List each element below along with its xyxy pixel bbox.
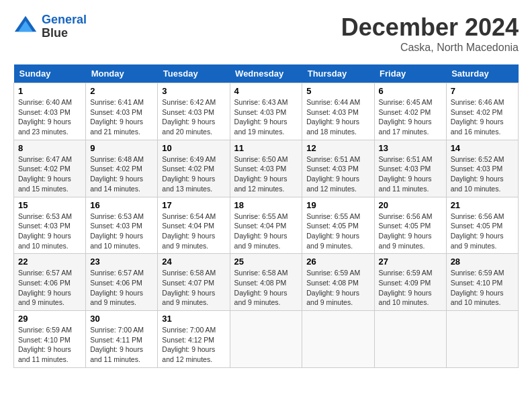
day-number: 8 (18, 143, 81, 153)
day-number: 5 (306, 86, 369, 96)
calendar-cell (446, 311, 518, 368)
calendar-week-3: 15 Sunrise: 6:53 AMSunset: 4:03 PMDaylig… (14, 197, 519, 254)
cell-content: Sunrise: 6:51 AMSunset: 4:03 PMDaylight:… (306, 154, 369, 194)
weekday-header-monday: Monday (86, 64, 158, 83)
day-number: 12 (306, 143, 369, 153)
weekday-header-thursday: Thursday (302, 64, 374, 83)
calendar-cell: 25 Sunrise: 6:58 AMSunset: 4:08 PMDaylig… (230, 254, 302, 311)
cell-content: Sunrise: 6:59 AMSunset: 4:10 PMDaylight:… (451, 268, 514, 308)
cell-content: Sunrise: 6:50 AMSunset: 4:03 PMDaylight:… (234, 154, 298, 194)
day-number: 22 (18, 257, 81, 267)
day-number: 20 (379, 200, 442, 210)
calendar-cell: 27 Sunrise: 6:59 AMSunset: 4:09 PMDaylig… (374, 254, 446, 311)
calendar-cell: 18 Sunrise: 6:55 AMSunset: 4:04 PMDaylig… (230, 197, 302, 254)
calendar-week-2: 8 Sunrise: 6:47 AMSunset: 4:02 PMDayligh… (14, 140, 519, 197)
location: Caska, North Macedonia (341, 42, 519, 54)
cell-content: Sunrise: 6:58 AMSunset: 4:07 PMDaylight:… (162, 268, 225, 308)
calendar-cell: 7 Sunrise: 6:46 AMSunset: 4:02 PMDayligh… (446, 83, 518, 140)
cell-content: Sunrise: 6:53 AMSunset: 4:03 PMDaylight:… (18, 212, 81, 251)
calendar-cell: 29 Sunrise: 6:59 AMSunset: 4:10 PMDaylig… (14, 311, 86, 368)
cell-content: Sunrise: 6:43 AMSunset: 4:03 PMDaylight:… (234, 97, 298, 137)
calendar-cell: 23 Sunrise: 6:57 AMSunset: 4:06 PMDaylig… (86, 254, 158, 311)
day-number: 17 (162, 200, 225, 210)
day-number: 24 (162, 257, 225, 267)
calendar-cell: 28 Sunrise: 6:59 AMSunset: 4:10 PMDaylig… (446, 254, 518, 311)
cell-content: Sunrise: 6:41 AMSunset: 4:03 PMDaylight:… (90, 97, 153, 137)
cell-content: Sunrise: 6:52 AMSunset: 4:03 PMDaylight:… (451, 154, 514, 194)
cell-content: Sunrise: 6:40 AMSunset: 4:03 PMDaylight:… (18, 97, 81, 137)
calendar-week-5: 29 Sunrise: 6:59 AMSunset: 4:10 PMDaylig… (14, 311, 519, 368)
day-number: 29 (18, 314, 81, 324)
cell-content: Sunrise: 6:45 AMSunset: 4:02 PMDaylight:… (379, 97, 442, 137)
logo-line1: General (42, 13, 87, 26)
day-number: 2 (90, 86, 153, 96)
calendar-cell: 17 Sunrise: 6:54 AMSunset: 4:04 PMDaylig… (158, 197, 230, 254)
cell-content: Sunrise: 6:59 AMSunset: 4:10 PMDaylight:… (18, 325, 81, 365)
cell-content: Sunrise: 6:56 AMSunset: 4:05 PMDaylight:… (379, 212, 442, 251)
weekday-header-sunday: Sunday (14, 64, 86, 83)
calendar-cell: 20 Sunrise: 6:56 AMSunset: 4:05 PMDaylig… (374, 197, 446, 254)
day-number: 13 (379, 143, 442, 153)
day-number: 19 (306, 200, 369, 210)
day-number: 4 (234, 86, 298, 96)
cell-content: Sunrise: 6:55 AMSunset: 4:04 PMDaylight:… (234, 212, 298, 251)
day-number: 11 (234, 143, 298, 153)
cell-content: Sunrise: 6:59 AMSunset: 4:08 PMDaylight:… (306, 268, 369, 308)
day-number: 3 (162, 86, 225, 96)
cell-content: Sunrise: 6:49 AMSunset: 4:02 PMDaylight:… (162, 154, 225, 194)
logo: General Blue (13, 13, 87, 40)
day-number: 9 (90, 143, 153, 153)
day-number: 21 (451, 200, 514, 210)
day-number: 10 (162, 143, 225, 153)
day-number: 27 (379, 257, 442, 267)
calendar-week-1: 1 Sunrise: 6:40 AMSunset: 4:03 PMDayligh… (14, 83, 519, 140)
cell-content: Sunrise: 6:59 AMSunset: 4:09 PMDaylight:… (379, 268, 442, 308)
calendar-cell: 12 Sunrise: 6:51 AMSunset: 4:03 PMDaylig… (302, 140, 374, 197)
day-number: 31 (162, 314, 225, 324)
calendar-cell: 22 Sunrise: 6:57 AMSunset: 4:06 PMDaylig… (14, 254, 86, 311)
calendar-cell: 8 Sunrise: 6:47 AMSunset: 4:02 PMDayligh… (14, 140, 86, 197)
cell-content: Sunrise: 6:57 AMSunset: 4:06 PMDaylight:… (18, 268, 81, 308)
logo-line2: Blue (42, 27, 87, 40)
calendar-cell (302, 311, 374, 368)
day-number: 30 (90, 314, 153, 324)
calendar-cell: 11 Sunrise: 6:50 AMSunset: 4:03 PMDaylig… (230, 140, 302, 197)
page-header: General Blue December 2024 Caska, North … (13, 13, 519, 54)
logo-text: General Blue (42, 13, 87, 40)
cell-content: Sunrise: 6:56 AMSunset: 4:05 PMDaylight:… (451, 212, 514, 251)
cell-content: Sunrise: 6:42 AMSunset: 4:03 PMDaylight:… (162, 97, 225, 137)
calendar-cell: 2 Sunrise: 6:41 AMSunset: 4:03 PMDayligh… (86, 83, 158, 140)
cell-content: Sunrise: 6:53 AMSunset: 4:03 PMDaylight:… (90, 212, 153, 251)
day-number: 16 (90, 200, 153, 210)
calendar-cell: 14 Sunrise: 6:52 AMSunset: 4:03 PMDaylig… (446, 140, 518, 197)
calendar-cell: 10 Sunrise: 6:49 AMSunset: 4:02 PMDaylig… (158, 140, 230, 197)
cell-content: Sunrise: 7:00 AMSunset: 4:11 PMDaylight:… (90, 325, 153, 365)
day-number: 15 (18, 200, 81, 210)
cell-content: Sunrise: 7:00 AMSunset: 4:12 PMDaylight:… (162, 325, 225, 365)
weekday-header-friday: Friday (374, 64, 446, 83)
calendar-cell (374, 311, 446, 368)
day-number: 18 (234, 200, 298, 210)
weekday-header-row: SundayMondayTuesdayWednesdayThursdayFrid… (14, 64, 519, 83)
cell-content: Sunrise: 6:48 AMSunset: 4:02 PMDaylight:… (90, 154, 153, 194)
calendar-cell: 16 Sunrise: 6:53 AMSunset: 4:03 PMDaylig… (86, 197, 158, 254)
calendar-cell: 5 Sunrise: 6:44 AMSunset: 4:03 PMDayligh… (302, 83, 374, 140)
calendar-table: SundayMondayTuesdayWednesdayThursdayFrid… (13, 64, 519, 368)
calendar-cell: 26 Sunrise: 6:59 AMSunset: 4:08 PMDaylig… (302, 254, 374, 311)
calendar-cell: 24 Sunrise: 6:58 AMSunset: 4:07 PMDaylig… (158, 254, 230, 311)
day-number: 25 (234, 257, 298, 267)
cell-content: Sunrise: 6:44 AMSunset: 4:03 PMDaylight:… (306, 97, 369, 137)
calendar-cell: 15 Sunrise: 6:53 AMSunset: 4:03 PMDaylig… (14, 197, 86, 254)
month-title: December 2024 (341, 13, 519, 42)
calendar-cell (230, 311, 302, 368)
cell-content: Sunrise: 6:51 AMSunset: 4:03 PMDaylight:… (379, 154, 442, 194)
cell-content: Sunrise: 6:55 AMSunset: 4:05 PMDaylight:… (306, 212, 369, 251)
day-number: 6 (379, 86, 442, 96)
cell-content: Sunrise: 6:46 AMSunset: 4:02 PMDaylight:… (451, 97, 514, 137)
cell-content: Sunrise: 6:47 AMSunset: 4:02 PMDaylight:… (18, 154, 81, 194)
day-number: 7 (451, 86, 514, 96)
logo-icon (13, 15, 38, 39)
weekday-header-saturday: Saturday (446, 64, 518, 83)
title-block: December 2024 Caska, North Macedonia (341, 13, 519, 54)
cell-content: Sunrise: 6:54 AMSunset: 4:04 PMDaylight:… (162, 212, 225, 251)
